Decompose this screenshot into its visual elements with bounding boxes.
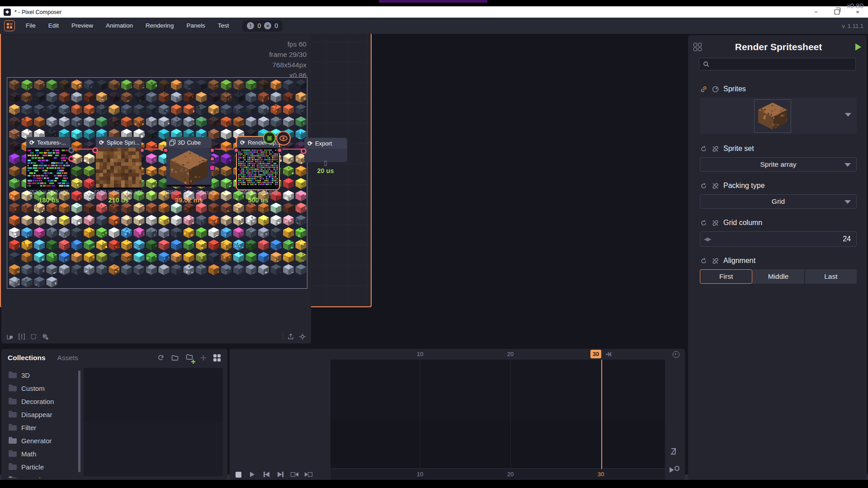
folder-icon[interactable] [171,354,179,362]
prev-keyframe-button[interactable] [289,469,299,479]
render-node-preview[interactable] [237,148,279,188]
junction-icon[interactable] [712,85,719,93]
center-canvas-icon[interactable] [297,332,308,342]
folder-item-math[interactable]: Math [1,447,77,460]
node-port[interactable] [68,156,74,162]
reset-icon[interactable] [700,182,708,190]
playhead[interactable] [601,360,602,481]
restore-button[interactable] [826,6,847,18]
menu-panels[interactable]: Panels [180,18,211,34]
unlink-icon[interactable] [712,257,719,265]
node-3d-cube[interactable]: 3D Cube [166,137,212,187]
cube-node-preview[interactable] [166,148,212,185]
folder-item-generator[interactable]: Generator [1,434,77,447]
sprite-set-dropdown[interactable]: Sprite array [700,157,857,172]
splice-node-preview[interactable] [96,148,142,188]
view-grid-icon[interactable] [213,354,221,361]
reset-icon[interactable] [700,257,708,265]
node-export[interactable]: ⟳ Export [304,138,347,162]
node-render-spritesheet[interactable]: ⟳ Render Sp... [237,137,279,189]
folder-item-particle[interactable]: Particle [1,460,77,474]
menu-test[interactable]: Test [212,18,236,34]
stepper-icon[interactable]: ◀▶ [704,236,710,242]
folder-item-transform[interactable]: Transform [1,474,77,478]
grid-badge-icon[interactable]: ▦ [263,131,276,144]
play-button[interactable] [247,469,257,479]
timeline-track-area[interactable] [330,360,665,468]
inspector-search[interactable] [699,58,856,70]
unlink-icon[interactable] [712,182,719,190]
sprites-value[interactable] [700,98,857,134]
link-icon[interactable] [700,85,708,93]
node-port[interactable] [139,147,145,153]
alignment-first-button[interactable]: First [700,269,752,284]
menu-rendering[interactable]: Rendering [139,18,180,34]
scrollbar[interactable] [78,371,80,472]
reset-icon[interactable] [700,219,708,227]
sprite-thumbnail[interactable] [754,99,791,133]
node-splice[interactable]: ⟳ Splice Spri... [96,137,142,189]
add-folder-icon[interactable] [185,353,194,363]
main-menu-button[interactable] [4,20,15,31]
export-image-icon[interactable] [285,332,297,342]
folder-item-3d[interactable]: 3D [1,369,77,382]
node-port[interactable] [68,147,74,153]
next-keyframe-button[interactable] [303,469,313,479]
node-caption: ▯ 20 us [287,159,364,174]
node-port[interactable] [277,147,283,153]
panel-grid-icon[interactable] [693,43,702,51]
node-port[interactable] [209,147,215,153]
grid-column-input[interactable]: ◀▶ 24 [700,231,857,247]
menu-preview[interactable]: Preview [65,18,99,34]
node-port[interactable] [163,147,169,153]
current-frame-badge[interactable]: 30 [590,350,601,358]
alignment-last-button[interactable]: Last [805,269,857,284]
node-port[interactable] [233,147,239,153]
folder-item-decoration[interactable]: Decoration [1,395,77,408]
menu-animation[interactable]: Animation [99,18,139,34]
node-port[interactable] [92,147,98,153]
skip-start-button[interactable] [261,469,271,479]
unlink-icon[interactable] [712,219,719,227]
grid-settings-icon[interactable] [39,332,51,342]
node-header[interactable]: 3D Cube [166,137,212,148]
folder-item-disappear[interactable]: Disappear [1,408,77,421]
search-input[interactable] [712,61,852,68]
alignment-middle-button[interactable]: Middle [752,269,805,284]
menu-edit[interactable]: Edit [42,18,65,34]
chevron-down-icon[interactable] [845,113,851,117]
stop-button[interactable] [233,469,243,479]
render-settings-icon[interactable] [670,467,679,473]
node-port-3d[interactable] [209,165,215,171]
minimize-button[interactable]: − [806,6,826,18]
reset-icon[interactable] [700,145,708,153]
notification-pill[interactable]: ! 0 × 0 [242,20,283,32]
packing-type-dropdown[interactable]: Grid [700,194,857,209]
folder-item-filter[interactable]: Filter [1,421,77,434]
lock-frame-icon[interactable] [4,332,16,342]
node-header[interactable]: ⟳ Textures-... [26,137,71,148]
refresh-icon[interactable] [157,354,165,362]
folder-item-custom[interactable]: Custom [1,382,77,395]
add-icon[interactable] [200,354,207,361]
timeline-scrubber[interactable]: 10 20 30 [330,469,665,480]
split-view-icon[interactable] [16,332,28,342]
time-remap-icon[interactable] [670,447,679,456]
node-header[interactable]: ⟳ Splice Spri... [96,137,142,148]
node-port[interactable] [209,156,215,162]
loop-marker-icon[interactable] [673,351,679,358]
textures-node-preview[interactable] [26,148,71,188]
menu-file[interactable]: File [19,18,42,34]
run-node-icon[interactable] [855,43,861,51]
node-port[interactable] [301,148,307,154]
eye-icon[interactable] [276,131,291,145]
collections-content[interactable] [84,368,223,476]
tab-collections[interactable]: Collections [8,354,46,362]
tab-assets[interactable]: Assets [57,354,79,362]
node-textures[interactable]: ⟳ Textures-... [26,137,71,189]
goto-end-icon[interactable] [605,351,612,357]
node-header[interactable]: ⟳ Export [304,138,347,149]
selection-region-icon[interactable] [28,332,39,342]
unlink-icon[interactable] [712,145,719,153]
skip-end-button[interactable] [275,469,285,479]
